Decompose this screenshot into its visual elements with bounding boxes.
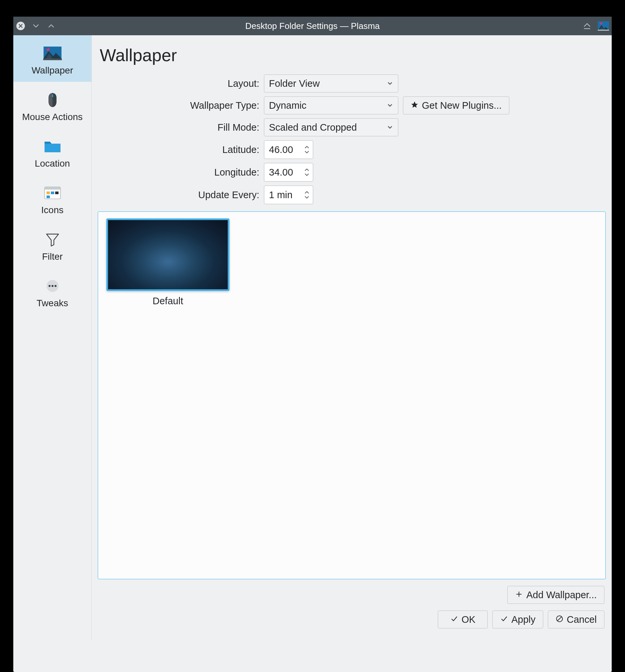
spinner-down-icon[interactable] [304,195,310,199]
cancel-label: Cancel [567,614,597,625]
svg-rect-15 [52,94,53,97]
sidebar-item-label: Icons [41,205,64,215]
chevron-down-icon [387,100,393,111]
update-every-spin[interactable]: 1 min [264,186,313,204]
add-wallpaper-button[interactable]: Add Wallpaper... [507,586,604,604]
update-every-label: Update Every: [100,190,259,200]
wallpaper-thumb-default[interactable]: Default [105,218,231,307]
sidebar-item-filter[interactable]: Filter [13,221,91,268]
wallpaper-thumb-label: Default [152,295,183,307]
update-every-value: 1 min [264,190,301,200]
layout-label: Layout: [100,78,259,89]
content: Wallpaper Mouse Actions [13,35,612,641]
wallpaper-icon [42,45,63,62]
fill-mode-select[interactable]: Scaled and Cropped [264,118,398,136]
titlebar: Desktop Folder Settings — Plasma [13,17,612,35]
cancel-button[interactable]: Cancel [548,610,604,628]
cancel-icon [555,614,563,625]
get-plugins-label: Get New Plugins... [422,100,502,111]
svg-rect-21 [47,195,50,198]
settings-window: Desktop Folder Settings — Plasma [13,17,612,672]
sidebar-item-label: Mouse Actions [22,112,82,122]
svg-point-23 [49,285,50,287]
svg-point-24 [51,285,53,287]
icons-icon [42,184,63,201]
main-panel: Wallpaper Layout: Folder View Wallpaper … [92,35,612,641]
latitude-label: Latitude: [100,144,259,155]
wallpaper-type-select[interactable]: Dynamic [264,96,398,114]
latitude-value: 46.00 [264,144,301,155]
spinner-up-icon[interactable] [304,168,310,172]
latitude-spin[interactable]: 46.00 [264,140,313,159]
svg-line-30 [557,617,561,621]
svg-point-25 [54,285,56,287]
plus-icon [515,590,523,601]
tweaks-icon [42,277,63,295]
maximize-icon[interactable] [47,21,56,30]
star-icon [411,100,418,111]
layout-select[interactable]: Folder View [264,74,398,92]
sidebar-item-icons[interactable]: Icons [13,175,91,221]
check-icon [450,614,458,625]
svg-rect-17 [45,187,61,190]
wallpaper-type-label: Wallpaper Type: [100,100,259,111]
longitude-label: Longitude: [100,167,259,178]
chevron-down-icon [387,122,393,133]
add-wallpaper-label: Add Wallpaper... [526,590,597,601]
wallpaper-gallery[interactable]: Default [98,212,606,579]
sidebar-item-label: Location [35,158,70,169]
close-icon[interactable] [16,21,25,30]
spinner-up-icon[interactable] [304,191,310,194]
svg-rect-19 [51,192,54,194]
sidebar-item-label: Tweaks [37,298,68,309]
spinner-down-icon[interactable] [304,173,310,176]
svg-rect-13 [43,58,62,60]
minimize-icon[interactable] [31,21,41,30]
check-icon [500,614,508,625]
fill-mode-value: Scaled and Cropped [269,122,357,133]
funnel-icon [42,231,63,248]
wallpaper-type-value: Dynamic [269,100,307,111]
apply-button[interactable]: Apply [492,610,543,628]
window-title: Desktop Folder Settings — Plasma [13,21,612,31]
ok-label: OK [461,614,475,625]
sidebar-item-label: Filter [42,251,63,262]
svg-rect-20 [55,192,58,194]
apply-label: Apply [511,614,535,625]
spinner-down-icon[interactable] [304,150,310,154]
svg-marker-26 [411,101,418,108]
mouse-icon [42,91,63,109]
settings-form: Layout: Folder View Wallpaper Type: Dyna… [98,74,606,204]
app-icon [598,21,609,30]
chevron-down-icon [387,78,393,89]
longitude-spin[interactable]: 34.00 [264,163,313,182]
sidebar-item-wallpaper[interactable]: Wallpaper [13,35,91,82]
page-title: Wallpaper [98,45,606,65]
longitude-value: 34.00 [264,167,301,178]
sidebar-item-mouse-actions[interactable]: Mouse Actions [13,82,91,128]
sidebar: Wallpaper Mouse Actions [13,35,92,641]
spinner-up-icon[interactable] [304,145,310,149]
sidebar-item-location[interactable]: Location [13,128,91,175]
keep-above-icon[interactable] [582,21,592,30]
sidebar-item-tweaks[interactable]: Tweaks [13,268,91,315]
folder-icon [42,138,63,155]
svg-rect-8 [598,30,609,30]
get-new-plugins-button[interactable]: Get New Plugins... [403,96,509,114]
ok-button[interactable]: OK [438,610,488,628]
wallpaper-preview [106,218,230,291]
fill-mode-label: Fill Mode: [100,122,259,133]
layout-value: Folder View [269,78,320,89]
dialog-footer: OK Apply Cancel [98,604,606,634]
svg-rect-18 [47,192,50,194]
sidebar-item-label: Wallpaper [31,65,73,76]
